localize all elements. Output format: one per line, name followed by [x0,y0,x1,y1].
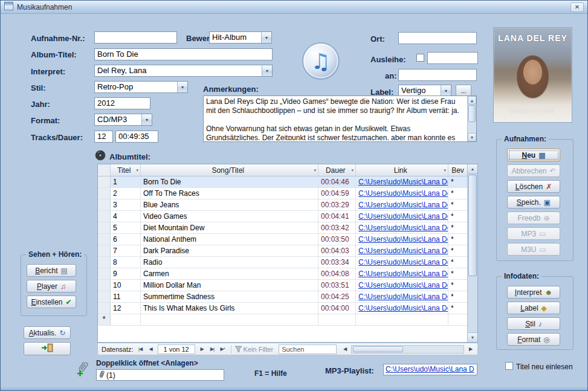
column-header-song[interactable]: Song/Titel ▾ [141,164,318,176]
filter-status[interactable]: Kein Filter [244,346,274,353]
playlist-link[interactable]: C:\Users\udo\Music\Lana D [383,364,477,375]
cell-track-number[interactable]: 1 [111,176,141,187]
stil-info-button[interactable]: Stil ♪ [507,317,560,330]
sort-filter-icon[interactable]: ▾ [136,168,138,173]
dropdown-arrow-icon[interactable]: ▾ [141,114,152,125]
cell-song-title[interactable]: Video Games [141,211,318,222]
anlagen-attachment-field[interactable]: (1) [96,369,224,381]
record-position[interactable]: 1 von 12 [158,344,195,354]
freedb-button[interactable]: Freedb ⊕ [507,212,560,224]
einstellen-button[interactable]: Einstellen ✔ [27,296,76,308]
an-input[interactable] [398,69,477,81]
nav-previous-button[interactable]: ◀ [146,344,156,354]
row-selector[interactable] [98,199,111,210]
cell-duration[interactable]: 00:03:50 [318,234,356,245]
scrollbar-thumb[interactable] [468,105,476,122]
cell-rating[interactable]: * [448,280,467,291]
cell-file-link[interactable]: C:\Users\udo\Music\Lana De [356,291,448,302]
dropdown-arrow-icon[interactable]: ▾ [262,65,272,76]
cell-duration[interactable]: 00:04:08 [318,268,356,279]
interpret-info-button[interactable]: Interpret ☻ [507,286,560,299]
cell-song-title[interactable]: Million Dollar Man [141,280,318,291]
row-selector[interactable] [98,234,111,245]
cell-file-link[interactable]: C:\Users\udo\Music\Lana De [356,188,448,199]
table-row[interactable]: 9 Carmen 00:04:08 C:\Users\udo\Music\Lan… [98,268,467,280]
stil-combobox[interactable]: Retro-Pop ▾ [94,81,188,93]
nav-last-button[interactable]: ▶| [207,344,218,354]
cell-file-link[interactable]: C:\Users\udo\Music\Lana De [356,222,448,233]
row-selector[interactable] [98,245,111,256]
sort-filter-icon[interactable]: ▾ [351,168,354,173]
cell-rating[interactable]: * [448,211,467,222]
table-row[interactable]: 12 This Is What Makes Us Girls 00:04:00 … [98,303,467,314]
cell-duration[interactable]: 00:04:46 [318,176,356,187]
ort-input[interactable] [398,32,477,44]
cell-file-link[interactable]: C:\Users\udo\Music\Lana De [356,234,448,245]
cell-file-link[interactable]: C:\Users\udo\Music\Lana De [356,211,448,222]
scroll-right-icon[interactable]: ▶ [465,344,476,354]
album-titel-input[interactable]: Born To Die [94,48,273,60]
table-row[interactable]: 6 National Anthem 00:03:50 C:\Users\udo\… [98,234,467,245]
nav-next-button[interactable]: ▶ [197,344,207,354]
bericht-button[interactable]: Bericht ▤ [27,264,76,277]
column-header-bewertung[interactable]: Bev [448,164,467,176]
cell-duration[interactable]: 00:04:25 [318,291,356,302]
dropdown-arrow-icon[interactable]: ▾ [261,32,271,43]
cell-song-title[interactable]: Summertime Sadness [141,291,318,302]
loeschen-button[interactable]: Löschen ✗ [507,180,560,193]
cell-song-title[interactable]: Born To Die [141,176,318,187]
table-row[interactable]: 5 Diet Mountain Dew 00:03:42 C:\Users\ud… [98,222,467,234]
table-row[interactable]: 3 Blue Jeans 00:03:29 C:\Users\udo\Music… [98,199,467,211]
cell-track-number[interactable]: 4 [111,211,141,222]
cell-track-number[interactable]: 7 [111,245,141,256]
table-row[interactable]: 11 Summertime Sadness 00:04:25 C:\Users\… [98,291,467,303]
abbrechen-button[interactable]: Abbrechen ↶ [507,164,560,177]
cell-track-number[interactable]: 12 [111,303,141,314]
row-selector[interactable] [98,222,111,233]
column-header-titel[interactable]: Titel ▾ [111,164,141,176]
cell-rating[interactable]: * [448,222,467,233]
jahr-input[interactable]: 2012 [94,97,150,109]
ausleihe-input[interactable] [427,52,478,64]
cell-track-number[interactable]: 2 [111,188,141,199]
dropdown-arrow-icon[interactable]: ▾ [177,82,187,92]
label-info-button[interactable]: Label ◆ [507,302,560,314]
anmerkungen-textarea[interactable]: Lana Del Reys Clip zu „Video Games“ bewe… [203,95,477,142]
bewert-combobox[interactable]: Hit-Album ▾ [209,31,272,44]
cell-duration[interactable]: 00:04:03 [318,245,356,256]
cell-track-number[interactable]: 3 [111,199,141,210]
row-selector[interactable] [98,188,111,199]
m3u-button[interactable]: M3U ▭ [507,243,560,256]
cell-song-title[interactable]: Carmen [141,268,318,279]
scroll-left-icon[interactable]: ◀ [340,344,350,354]
cell-rating[interactable]: * [448,257,467,268]
cell-file-link[interactable]: C:\Users\udo\Music\Lana De [356,268,448,279]
row-selector[interactable] [98,291,111,302]
anmerkungen-scrollbar[interactable]: ▲ ▼ [467,96,476,141]
table-row[interactable]: 4 Video Games 00:04:41 C:\Users\udo\Musi… [98,211,467,222]
cell-file-link[interactable]: C:\Users\udo\Music\Lana De [356,303,448,314]
cell-duration[interactable]: 00:03:42 [318,222,356,233]
aufnahme-nr-input[interactable] [94,31,177,44]
scrollbar-thumb[interactable] [468,175,477,276]
row-selector[interactable] [98,211,111,222]
nav-new-record-button[interactable]: ▶* [218,344,228,354]
exit-button[interactable] [24,342,71,355]
new-record-row[interactable]: * [98,314,467,326]
row-selector[interactable] [98,303,111,314]
scrollbar-thumb[interactable] [353,346,403,352]
cell-rating[interactable]: * [448,188,467,199]
cell-track-number[interactable]: 6 [111,234,141,245]
format-combobox[interactable]: CD/MP3 ▾ [94,114,152,126]
cell-duration[interactable]: 00:04:59 [318,188,356,199]
tracks-input[interactable]: 12 [94,131,113,143]
close-icon[interactable]: ✕ [570,2,584,12]
cell-file-link[interactable]: C:\Users\udo\Music\Lana De [356,257,448,268]
scroll-down-icon[interactable]: ▼ [468,332,477,342]
table-row[interactable]: 2 Off To The Races 00:04:59 C:\Users\udo… [98,188,467,199]
label-combobox[interactable]: Vertigo ▾ [398,85,451,97]
cell-song-title[interactable]: Dark Paradise [141,245,318,256]
column-header-dauer[interactable]: Dauer ▾ [318,164,356,176]
row-selector[interactable] [98,280,111,291]
cell-duration[interactable]: 00:03:51 [318,280,356,291]
